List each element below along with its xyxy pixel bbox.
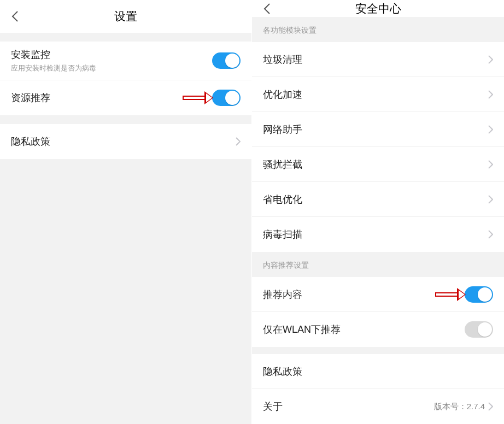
page-title: 安全中心 — [252, 1, 504, 16]
row-resource-recommend: 资源推荐 — [0, 80, 251, 115]
settings-list-2: 隐私政策 — [0, 124, 251, 159]
row-label: 安装监控 — [11, 48, 212, 61]
toggle-resource-recommend[interactable] — [212, 90, 241, 106]
row-label: 骚扰拦截 — [263, 158, 488, 171]
chevron-right-icon — [488, 230, 493, 239]
settings-list-1: 安装监控 应用安装时检测是否为病毒 资源推荐 — [0, 42, 251, 115]
row-label: 隐私政策 — [11, 135, 236, 148]
chevron-right-icon — [488, 195, 493, 204]
row-boost[interactable]: 优化加速 — [252, 77, 504, 112]
row-label: 垃圾清理 — [263, 53, 488, 66]
row-label: 病毒扫描 — [263, 228, 488, 241]
recommend-list: 推荐内容 仅在WLAN下推荐 — [252, 277, 504, 347]
divider — [0, 115, 251, 124]
chevron-right-icon — [236, 137, 241, 146]
row-label: 隐私政策 — [263, 365, 493, 378]
divider — [252, 347, 504, 354]
page-title: 设置 — [0, 9, 251, 24]
row-junk-clean[interactable]: 垃圾清理 — [252, 42, 504, 77]
chevron-right-icon — [488, 402, 493, 411]
header-right: 安全中心 — [252, 0, 504, 17]
version-label: 版本号：2.7.4 — [434, 402, 485, 412]
chevron-left-icon — [263, 3, 271, 15]
row-privacy-policy[interactable]: 隐私政策 — [0, 124, 251, 159]
row-label: 关于 — [263, 400, 434, 413]
row-virus-scan[interactable]: 病毒扫描 — [252, 217, 504, 252]
row-power-save[interactable]: 省电优化 — [252, 182, 504, 217]
chevron-right-icon — [488, 160, 493, 169]
toggle-recommend-content[interactable] — [465, 286, 493, 303]
back-button[interactable] — [259, 0, 275, 19]
row-wlan-only: 仅在WLAN下推荐 — [252, 312, 504, 347]
row-about[interactable]: 关于 版本号：2.7.4 — [252, 389, 504, 424]
empty-area — [0, 159, 251, 424]
row-privacy-policy[interactable]: 隐私政策 — [252, 354, 504, 389]
row-label: 推荐内容 — [263, 288, 465, 301]
row-label: 网络助手 — [263, 123, 488, 136]
header-left: 设置 — [0, 0, 251, 33]
divider — [0, 33, 251, 42]
settings-screen: 设置 安装监控 应用安装时检测是否为病毒 资源推荐 — [0, 0, 252, 424]
security-center-screen: 安全中心 各功能模块设置 垃圾清理 优化加速 网络助手 骚扰拦截 省电优化 — [252, 0, 504, 424]
toggle-install-monitor[interactable] — [212, 52, 241, 69]
row-spam-block[interactable]: 骚扰拦截 — [252, 147, 504, 182]
row-label: 优化加速 — [263, 88, 488, 101]
row-label: 仅在WLAN下推荐 — [263, 323, 465, 336]
about-list: 隐私政策 关于 版本号：2.7.4 — [252, 354, 504, 424]
chevron-right-icon — [488, 90, 493, 99]
row-sub: 应用安装时检测是否为病毒 — [11, 63, 212, 73]
row-recommend-content: 推荐内容 — [252, 277, 504, 312]
chevron-left-icon — [11, 10, 19, 22]
row-network-assistant[interactable]: 网络助手 — [252, 112, 504, 147]
chevron-right-icon — [488, 125, 493, 134]
section-header-recommend: 内容推荐设置 — [252, 252, 504, 277]
back-button[interactable] — [7, 6, 23, 27]
section-header-modules: 各功能模块设置 — [252, 17, 504, 42]
toggle-wlan-only[interactable] — [465, 321, 493, 338]
row-label: 省电优化 — [263, 193, 488, 206]
row-label: 资源推荐 — [11, 91, 212, 104]
chevron-right-icon — [488, 55, 493, 64]
row-install-monitor: 安装监控 应用安装时检测是否为病毒 — [0, 42, 251, 80]
modules-list: 垃圾清理 优化加速 网络助手 骚扰拦截 省电优化 病毒扫描 — [252, 42, 504, 252]
